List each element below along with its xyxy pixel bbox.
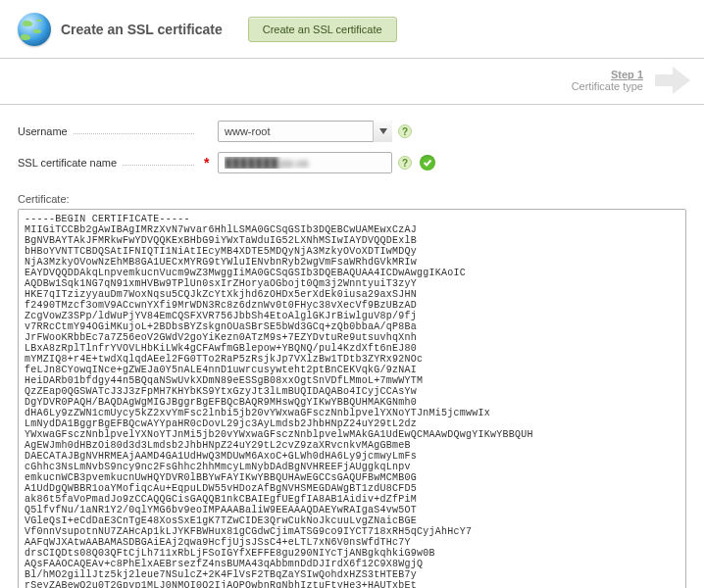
form-area: Username www-root ? SSL certificate name… <box>0 105 704 187</box>
help-icon[interactable]: ? <box>398 156 412 170</box>
certname-row: SSL certificate name * ? <box>18 150 688 175</box>
step-bar: Step 1 Certificate type <box>0 59 704 105</box>
chevron-down-icon[interactable] <box>373 121 392 142</box>
next-arrow-icon[interactable] <box>655 67 690 94</box>
help-icon[interactable]: ? <box>398 124 412 138</box>
globe-icon <box>18 13 51 46</box>
username-row: Username www-root ? <box>18 119 688 144</box>
username-select[interactable]: www-root <box>218 121 392 142</box>
validation-check-icon <box>420 155 435 171</box>
page-title: Create an SSL certificate <box>61 22 223 37</box>
certname-input[interactable] <box>218 152 392 173</box>
username-value[interactable]: www-root <box>218 121 392 142</box>
step-number-label: Step 1 <box>572 69 643 80</box>
certificate-label: Certificate: <box>18 193 688 205</box>
username-label: Username <box>18 125 204 137</box>
step-subtitle-label: Certificate type <box>572 80 643 92</box>
top-bar: Create an SSL certificate Create an SSL … <box>0 0 704 59</box>
create-ssl-certificate-button[interactable]: Create an SSL certificate <box>248 17 397 42</box>
step-text: Step 1 Certificate type <box>572 69 643 92</box>
required-star-icon: * <box>204 155 212 171</box>
certificate-textarea[interactable]: -----BEGIN CERTIFICATE----- MIIGiTCCBb2g… <box>18 209 686 588</box>
certname-label: SSL certificate name <box>18 157 204 169</box>
certificate-section: Certificate: -----BEGIN CERTIFICATE-----… <box>0 187 704 588</box>
